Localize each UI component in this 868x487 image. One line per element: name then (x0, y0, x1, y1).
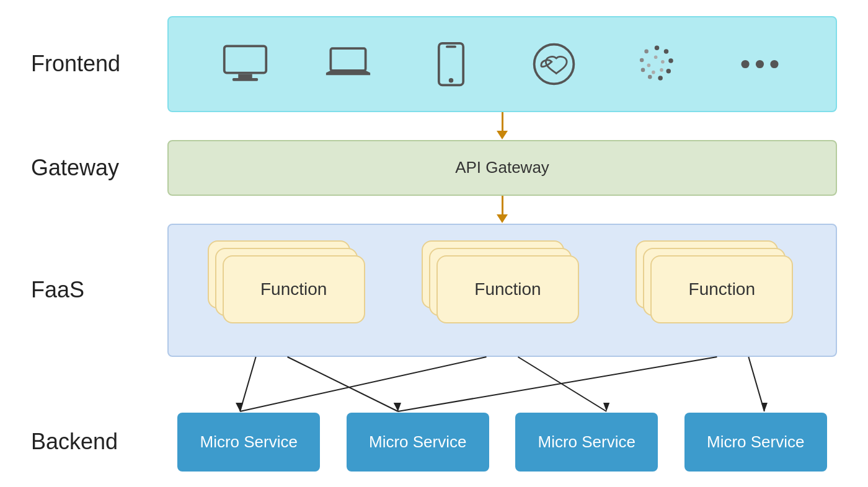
function-stack-1: Function (208, 240, 369, 340)
arrow-frontend-to-gateway (497, 112, 508, 139)
micro-service-label-2: Micro Service (369, 432, 466, 452)
gateway-row: Gateway API Gateway (31, 140, 837, 196)
svg-point-7 (534, 44, 574, 84)
svg-point-19 (660, 68, 663, 72)
function-card-front-2: Function (436, 255, 579, 323)
micro-service-3: Micro Service (515, 413, 658, 472)
frontend-content (167, 16, 837, 112)
svg-point-12 (658, 76, 663, 81)
more-icon (737, 41, 783, 87)
function-label-2: Function (474, 279, 541, 299)
function-card-front-1: Function (223, 255, 365, 323)
function-label-1: Function (260, 279, 327, 299)
function-card-front-3: Function (650, 255, 793, 323)
architecture-diagram: Frontend (31, 16, 837, 472)
svg-marker-36 (761, 403, 768, 411)
frontend-label: Frontend (31, 51, 167, 77)
iota-icon (634, 41, 680, 87)
svg-point-10 (668, 58, 673, 63)
arrows-svg (167, 357, 837, 413)
micro-service-1: Micro Service (177, 413, 320, 472)
svg-point-16 (644, 49, 649, 53)
arrows-svg-container (167, 357, 837, 413)
svg-point-6 (448, 78, 453, 83)
micro-service-2: Micro Service (347, 413, 489, 472)
faas-box: Function Function Function (167, 224, 837, 357)
gateway-content: API Gateway (167, 140, 837, 196)
gateway-box: API Gateway (167, 140, 837, 196)
svg-line-33 (398, 357, 717, 411)
micro-service-label-3: Micro Service (538, 432, 636, 452)
frontend-row: Frontend (31, 16, 837, 112)
faas-row: FaaS Function Function (31, 224, 837, 357)
arrow2-row (31, 196, 837, 224)
svg-rect-2 (232, 78, 257, 81)
faas-label: FaaS (31, 277, 167, 303)
svg-point-17 (653, 55, 657, 59)
faas-content: Function Function Function (167, 224, 837, 357)
laptop-icon (325, 41, 371, 87)
svg-point-20 (652, 70, 655, 74)
svg-point-9 (663, 49, 668, 54)
svg-point-24 (770, 59, 778, 68)
micro-service-4: Micro Service (684, 413, 827, 472)
svg-point-14 (640, 68, 645, 72)
svg-point-13 (647, 74, 652, 79)
svg-rect-5 (446, 45, 456, 48)
micro-service-label-4: Micro Service (707, 432, 804, 452)
arrow-gateway-to-faas (497, 196, 508, 223)
svg-rect-0 (224, 46, 266, 72)
svg-point-11 (666, 69, 671, 74)
backend-row: Backend Micro Service Micro Service Micr… (31, 413, 837, 472)
svg-line-31 (518, 357, 606, 411)
svg-point-8 (654, 45, 659, 50)
svg-point-23 (755, 59, 763, 68)
backend-content: Micro Service Micro Service Micro Servic… (167, 413, 837, 472)
desktop-icon (222, 41, 268, 87)
svg-point-22 (741, 59, 749, 68)
mobile-icon (428, 41, 474, 87)
svg-point-18 (661, 59, 665, 63)
function-stack-2: Function (422, 240, 583, 340)
svg-point-15 (639, 58, 644, 62)
function-stack-3: Function (636, 240, 797, 340)
faas-to-backend-arrows-row (31, 357, 837, 413)
frontend-box (167, 16, 837, 112)
svg-point-21 (647, 63, 650, 67)
svg-rect-3 (330, 48, 365, 71)
micro-service-label-1: Micro Service (200, 432, 298, 452)
backend-boxes: Micro Service Micro Service Micro Servic… (167, 413, 837, 472)
svg-rect-1 (238, 74, 252, 78)
arrow1-row (31, 112, 837, 140)
api-gateway-text: API Gateway (455, 158, 549, 177)
backend-label: Backend (31, 429, 167, 455)
function-label-3: Function (689, 279, 755, 299)
svg-line-27 (288, 357, 398, 411)
gateway-label: Gateway (31, 155, 167, 181)
miniprogram-icon (531, 41, 577, 87)
